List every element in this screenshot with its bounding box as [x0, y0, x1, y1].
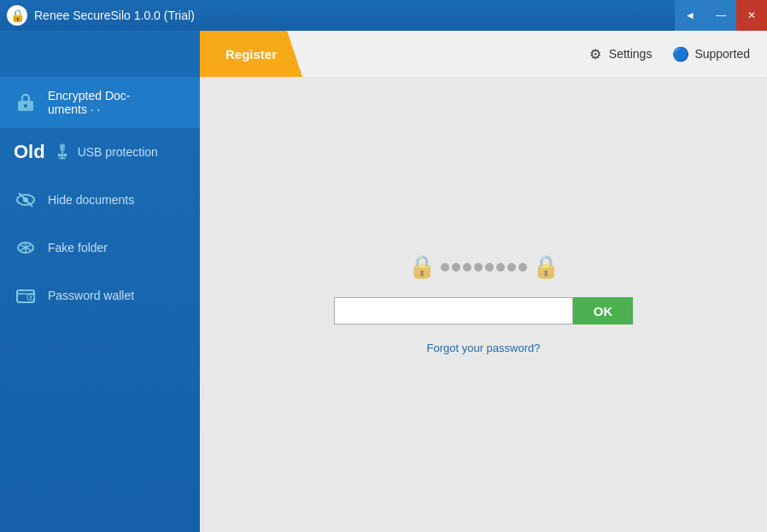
- dot8: [518, 263, 527, 272]
- close-button[interactable]: ✕: [736, 0, 767, 31]
- svg-point-4: [64, 154, 67, 157]
- usb-old-label: Old: [14, 141, 45, 163]
- encrypted-icon: [14, 91, 38, 114]
- dot6: [496, 263, 505, 272]
- password-area: 🔒 🔒: [334, 254, 633, 355]
- supported-tab[interactable]: 🔵 Supported: [672, 45, 750, 62]
- main-layout: Encrypted Doc-uments · · Old USB protect…: [0, 77, 767, 532]
- sidebar-item-fake-folder[interactable]: Fake folder: [0, 224, 200, 272]
- app-logo: [7, 5, 27, 26]
- hide-icon: [14, 188, 38, 212]
- sidebar-item-label: Hide documents: [48, 193, 134, 207]
- gear-icon: ⚙: [587, 45, 604, 62]
- sidebar-item-hide-documents[interactable]: Hide documents: [0, 176, 200, 224]
- back-button[interactable]: ◄: [675, 0, 706, 31]
- titlebar-left: Renee SecureSilo 1.0.0 (Trial): [7, 5, 195, 26]
- content-bg: 🔒 🔒: [200, 77, 767, 532]
- minimize-button[interactable]: —: [706, 0, 736, 31]
- dot1: [441, 263, 449, 272]
- forgot-password-link[interactable]: Forgot your password?: [427, 342, 541, 354]
- usb-icon: [50, 140, 74, 164]
- sidebar-item-label: Encrypted Doc-uments · ·: [48, 89, 130, 116]
- dot3: [463, 263, 471, 272]
- sidebar-item-encrypted-docs[interactable]: Encrypted Doc-uments · ·: [0, 77, 200, 128]
- fake-icon: [14, 236, 38, 260]
- svg-point-11: [30, 296, 32, 298]
- sidebar-item-label: Fake folder: [48, 241, 108, 254]
- wallet-icon: [14, 284, 38, 307]
- dot4: [474, 263, 483, 272]
- password-row: OK: [334, 297, 633, 324]
- register-tab[interactable]: Register: [200, 31, 302, 77]
- app-title: Renee SecureSilo 1.0.0 (Trial): [34, 9, 195, 22]
- usb-label: USB protection: [78, 145, 158, 159]
- titlebar-controls: ◄ — ✕: [675, 0, 767, 31]
- sidebar-item-password-wallet[interactable]: Password wallet: [0, 272, 200, 319]
- lock-decor-icon2: 🔒: [532, 254, 559, 280]
- password-dots-row: [441, 263, 527, 272]
- content-area: 🔒 🔒: [200, 77, 767, 532]
- dot5: [485, 263, 494, 272]
- svg-point-3: [57, 154, 61, 157]
- svg-rect-2: [60, 144, 65, 150]
- navbar-left-spacer: [0, 31, 200, 77]
- sidebar-item-label: Password wallet: [48, 289, 134, 302]
- dot2: [452, 263, 460, 272]
- lock-decor-icon: 🔒: [408, 254, 436, 280]
- password-input[interactable]: [334, 297, 573, 324]
- sidebar: Encrypted Doc-uments · · Old USB protect…: [0, 77, 200, 532]
- ok-button[interactable]: OK: [573, 297, 633, 324]
- password-decoration: 🔒 🔒: [408, 254, 559, 280]
- title-bar: Renee SecureSilo 1.0.0 (Trial) ◄ — ✕: [0, 0, 767, 31]
- settings-tab[interactable]: ⚙ Settings: [587, 45, 653, 62]
- forgot-row: Forgot your password?: [334, 340, 633, 355]
- dot7: [507, 263, 516, 272]
- svg-point-1: [24, 104, 27, 108]
- sidebar-item-usb-protection[interactable]: Old USB protection: [0, 128, 200, 176]
- support-icon: 🔵: [672, 45, 689, 62]
- navbar: Register ⚙ Settings 🔵 Supported: [0, 31, 767, 77]
